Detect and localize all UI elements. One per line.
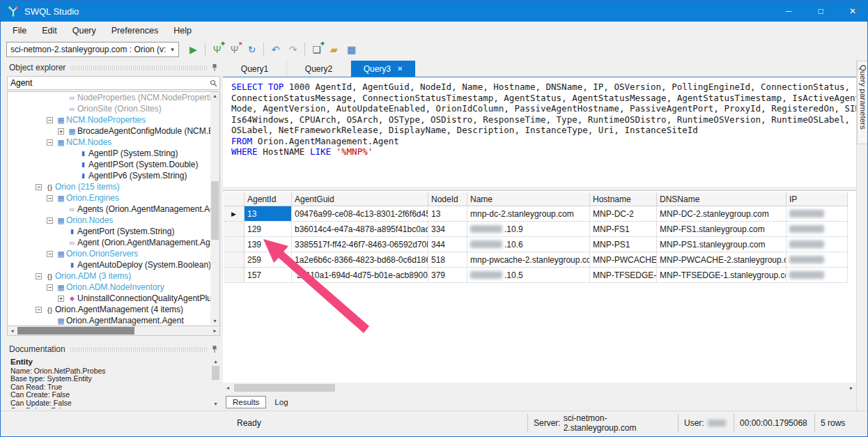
cell-agentid[interactable]: 157: [245, 268, 292, 283]
tree-horizontal-scrollbar[interactable]: ◂ ▸: [7, 325, 220, 336]
expander-icon[interactable]: −: [47, 195, 53, 201]
tree-item[interactable]: −▦Orion.ADM.NodeInventory: [8, 282, 219, 293]
cell-nodeid[interactable]: 344: [428, 237, 467, 252]
tree-item[interactable]: +◆UninstallConnectionQualityAgentPlug: [8, 293, 219, 304]
tree-item[interactable]: −▦Orion.Nodes: [8, 215, 219, 226]
tree-item[interactable]: ▮AgentIP (System.String): [8, 148, 219, 159]
close-button[interactable]: ✕: [837, 1, 868, 22]
cell-name[interactable]: .10.6: [467, 237, 590, 252]
tree-item[interactable]: −{}Orion.ADM (3 items): [8, 270, 219, 282]
save-button[interactable]: ▦: [343, 42, 359, 57]
refresh-button[interactable]: ↻: [244, 42, 260, 57]
tree-item[interactable]: ∞Agents (Orion.AgentManagement.Ag: [8, 204, 219, 215]
cell-agentid[interactable]: 129: [245, 222, 292, 237]
menu-help[interactable]: Help: [166, 23, 199, 38]
cell-agentguid[interactable]: 23110a1-694d-4d75-b01e-acb89000...: [292, 268, 428, 283]
expander-icon[interactable]: +: [58, 128, 64, 135]
column-header-hostname[interactable]: Hostname: [590, 192, 657, 206]
cell-hostname[interactable]: MNP-DC-2: [590, 206, 657, 222]
cell-agentguid[interactable]: 09476a99-ce08-4c13-8301-2f6f6d45d...: [292, 206, 428, 222]
menu-preferences[interactable]: Preferences: [104, 23, 166, 38]
expander-icon[interactable]: −: [47, 284, 53, 291]
menu-file[interactable]: File: [5, 23, 34, 38]
cell-agentid[interactable]: 259: [245, 252, 292, 268]
scroll-up-icon[interactable]: ▴: [210, 92, 219, 100]
tab-query2[interactable]: Query2: [287, 61, 351, 77]
tree-item[interactable]: −▦Orion.Engines: [8, 192, 219, 204]
tab-results[interactable]: Results: [226, 396, 266, 408]
search-input[interactable]: [8, 78, 207, 88]
tree-item[interactable]: ▮AgentIPSort (System.Double): [8, 159, 219, 170]
cell-name[interactable]: mnp-pwcache-2.stanleygroup.com: [467, 252, 590, 268]
tree-item[interactable]: ▮AgentAutoDeploy (System.Boolean): [8, 259, 219, 270]
cell-ip[interactable]: [786, 252, 848, 268]
tree-item[interactable]: ▮AgentIPv6 (System.String): [8, 170, 219, 181]
pin-icon[interactable]: [212, 63, 218, 72]
cell-dnsname[interactable]: MNP-DC-2.stanleygroup.com: [657, 206, 786, 222]
cell-agentid[interactable]: 13: [245, 206, 292, 222]
undo-button[interactable]: ↶: [268, 42, 284, 57]
expander-icon[interactable]: −: [47, 251, 53, 257]
chevron-down-icon[interactable]: ▾: [166, 46, 178, 53]
tree-item[interactable]: ▮AgentPort (System.String): [8, 226, 219, 237]
scrollbar-thumb[interactable]: [234, 384, 335, 392]
expander-icon[interactable]: −: [36, 273, 42, 279]
scroll-left-icon[interactable]: ◂: [8, 326, 17, 335]
tree-item[interactable]: −▦Orion.OrionServers: [8, 248, 219, 259]
cell-agentguid[interactable]: b36014c4-e47a-4878-a895f41bc0ac8...: [292, 222, 428, 237]
scroll-down-icon[interactable]: ▾: [210, 317, 219, 325]
scroll-right-icon[interactable]: ▸: [210, 326, 219, 335]
tree-vertical-scrollbar[interactable]: ▴ ▾: [210, 92, 219, 325]
column-header-dnsname[interactable]: DNSName: [657, 192, 786, 206]
scroll-up-icon[interactable]: ▴: [211, 358, 220, 365]
expander-icon[interactable]: −: [47, 217, 53, 224]
cell-ip[interactable]: [786, 222, 848, 237]
minimize-button[interactable]: ─: [773, 1, 805, 22]
tree-item[interactable]: −{}Orion (215 items): [8, 181, 219, 192]
tab-overflow-icon[interactable]: ▾: [854, 5, 858, 13]
cell-dnsname[interactable]: MNP-PWCACHE-2.stanleygroup.com: [657, 252, 786, 268]
new-query-button[interactable]: ❏✚: [309, 42, 325, 57]
scrollbar-thumb[interactable]: [212, 366, 219, 380]
cell-nodeid[interactable]: 379: [428, 268, 467, 283]
execute-button[interactable]: ▶: [185, 42, 201, 57]
row-selector[interactable]: [224, 222, 245, 237]
cell-agentid[interactable]: 139: [245, 237, 292, 252]
cell-ip[interactable]: [786, 206, 848, 222]
cell-hostname[interactable]: MNP-PS1: [590, 237, 657, 252]
cell-dnsname[interactable]: MNP-FS1.stanleygroup.com: [657, 222, 786, 237]
cell-name[interactable]: .10.5: [467, 268, 590, 283]
cell-ip[interactable]: [786, 268, 848, 283]
cell-hostname[interactable]: MNP-TFSEDGE-1: [590, 268, 657, 283]
cell-dnsname[interactable]: MNP-TFSEDGE-1.stanleygroup.com: [657, 268, 786, 283]
tree-item[interactable]: −{}Orion.AgentManagement (4 items): [8, 304, 219, 315]
expander-icon[interactable]: −: [36, 307, 42, 313]
expander-icon[interactable]: −: [47, 139, 53, 146]
pin-icon[interactable]: [212, 345, 218, 353]
panel-grip[interactable]: [70, 66, 207, 70]
cell-nodeid[interactable]: 518: [428, 252, 467, 268]
tree-item[interactable]: ∞NodeProperties (NCM.NodeProperties): [8, 92, 219, 103]
redo-button[interactable]: ↷: [285, 42, 301, 57]
row-selector[interactable]: [224, 237, 245, 252]
query-parameters-tab[interactable]: Query parameters: [857, 61, 868, 144]
tab-query1[interactable]: Query1: [223, 61, 287, 77]
tree-item[interactable]: ∞Agent (Orion.AgentManagement.Age: [8, 237, 219, 248]
tab-query3[interactable]: Query3✕: [351, 61, 415, 77]
tree-item[interactable]: −▦NCM.Nodes: [8, 137, 219, 148]
column-header-agentid[interactable]: AgentId: [245, 192, 292, 206]
cell-hostname[interactable]: MNP-PWCACHE-2: [590, 252, 657, 268]
column-header-ip[interactable]: IP: [786, 192, 848, 206]
tree-item[interactable]: ▦Orion.AgentManagement.Agent: [8, 315, 219, 325]
expander-icon[interactable]: +: [58, 296, 64, 302]
column-header-agentguid[interactable]: AgentGuid: [292, 192, 428, 206]
tab-log[interactable]: Log: [268, 397, 294, 408]
tree-item[interactable]: ∞OrionSite (Orion.Sites): [8, 103, 219, 114]
scroll-right-icon[interactable]: ▸: [846, 383, 856, 393]
cell-agentguid[interactable]: 3385517f-ff42-46f7-8463-06592d70b627: [292, 237, 428, 252]
cell-ip[interactable]: [786, 237, 848, 252]
cell-nodeid[interactable]: 334: [428, 222, 467, 237]
column-header-name[interactable]: Name: [467, 192, 590, 206]
tree-item[interactable]: +▦BrocadeAgentConfigModule (NCM.B: [8, 125, 219, 137]
panel-grip[interactable]: [70, 347, 207, 352]
